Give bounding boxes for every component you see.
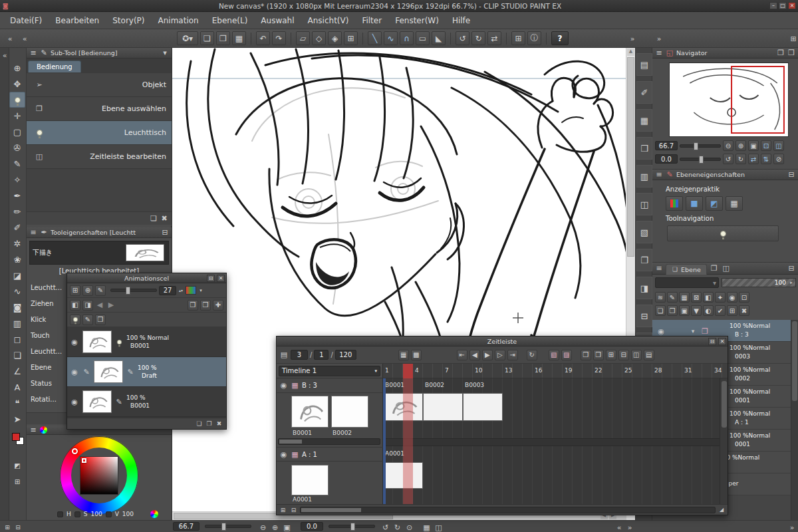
timeline-settings-icon[interactable]: ▤ <box>279 349 289 361</box>
minimize-button[interactable]: – <box>769 2 777 9</box>
navigator-thumbnail[interactable] <box>669 63 789 137</box>
track-cells-area[interactable]: B0001 B0002 B0003 A0001 <box>383 378 720 504</box>
tab-bedienung[interactable]: Bedienung <box>28 61 81 72</box>
actual-size-icon[interactable]: ⊡ <box>761 140 771 151</box>
status-left2-icon[interactable]: ⊟ <box>13 521 23 532</box>
menu-story[interactable]: Story(P) <box>106 13 150 28</box>
reset-rotation-icon[interactable]: ⊘ <box>773 154 784 164</box>
border-effect-icon[interactable] <box>666 196 683 211</box>
new-file-icon[interactable]: ❏ <box>200 31 214 45</box>
specify-cel-icon[interactable]: ▨ <box>561 350 572 360</box>
rotation-slider[interactable] <box>680 158 721 161</box>
maximize-button[interactable]: □ <box>779 2 787 9</box>
delete-frame-icon[interactable]: ⊟ <box>618 350 629 360</box>
close-window-icon[interactable]: ✕ <box>217 275 225 282</box>
figure-tool[interactable]: ◻ <box>9 331 25 347</box>
pencil-tool[interactable]: ✏ <box>9 203 25 219</box>
invert-selection-icon[interactable]: ◈ <box>328 31 342 45</box>
delete-layer-icon[interactable]: ✖ <box>739 305 749 316</box>
lock-layer-icon[interactable]: ⊠ <box>691 292 702 303</box>
cel-color-bar-icon[interactable] <box>186 286 196 295</box>
panel-menu-icon[interactable]: ⊞ <box>787 33 798 45</box>
reselect-icon[interactable]: ◇ <box>312 31 326 45</box>
fill-tool[interactable]: ◙ <box>9 299 25 315</box>
status-left-icon[interactable]: ⊞ <box>3 521 12 532</box>
status-reset-icon[interactable]: ⊙ <box>404 521 414 532</box>
sub-tool-dock-icon[interactable]: ▤ <box>636 53 652 76</box>
expand-selection-icon[interactable]: ⊞ <box>344 31 358 45</box>
color-mode-icon[interactable] <box>150 510 158 518</box>
collapse-window-icon[interactable]: ⊟ <box>207 275 215 282</box>
new-animation-cel-icon[interactable]: ▧ <box>549 350 559 360</box>
zoom-value[interactable]: 66.7 <box>655 141 678 150</box>
light-table-cel-icon[interactable] <box>70 315 80 325</box>
draft-layer-icon[interactable]: ✎ <box>667 292 678 303</box>
snap-grid-icon[interactable]: ◣ <box>432 31 446 45</box>
color-wheel-tab-icon[interactable] <box>40 426 47 434</box>
menu-animation[interactable]: Animation <box>152 13 205 28</box>
hue-ring[interactable] <box>60 436 138 515</box>
track-edit-icon[interactable]: ◫ <box>631 350 642 360</box>
scroll-up-icon[interactable]: ▲ <box>627 49 634 56</box>
menu-bearbeiten[interactable]: Bearbeiten <box>49 13 105 28</box>
deselect-icon[interactable]: ▱ <box>296 31 310 45</box>
current-frame-field[interactable]: 3 <box>291 350 308 360</box>
reference-layer-icon[interactable]: ▦ <box>679 292 690 303</box>
resize-grip-icon[interactable]: ◢ <box>718 504 726 516</box>
rotate-right-icon[interactable]: ↻ <box>471 31 485 45</box>
snap-line-icon[interactable]: ╲ <box>368 31 382 45</box>
panel-menu-icon[interactable]: ≡ <box>655 47 663 59</box>
start-frame-field[interactable]: 1 <box>314 350 329 360</box>
zoom-tool[interactable]: ⊕ <box>9 60 25 76</box>
new-layer-icon[interactable]: ❏ <box>655 305 666 316</box>
transparency-lock-icon[interactable]: ≋ <box>655 292 666 303</box>
menu-ebene[interactable]: Ebene(L) <box>206 13 254 28</box>
cel-pin-icon[interactable]: ✚ <box>213 300 223 311</box>
rotate-right-icon[interactable]: ↻ <box>735 154 746 164</box>
snap-curve-icon[interactable]: ∿ <box>384 31 398 45</box>
cel-zoom-icon[interactable]: ⊕ <box>82 285 93 296</box>
history-dock-icon[interactable]: ▥ <box>636 165 652 188</box>
track-a-thumb1[interactable] <box>291 465 329 495</box>
status-zoom-in-icon[interactable]: ⊕ <box>270 521 280 532</box>
cell-b0002[interactable] <box>423 393 463 421</box>
layer-tab2-icon[interactable]: ❐ <box>710 263 719 275</box>
track-b-thumb1[interactable] <box>291 396 329 428</box>
information-dock-icon[interactable]: ❐ <box>636 249 652 271</box>
menu-hilfe[interactable]: Hilfe <box>446 13 476 28</box>
insert-frame-icon[interactable]: ⊞ <box>606 350 616 360</box>
material-dock-icon[interactable]: ❒ <box>636 137 652 160</box>
airbrush-tool[interactable]: ✲ <box>9 235 25 251</box>
subtool-item-leuchttisch[interactable]: Leuchttisch <box>27 121 172 145</box>
status-expand-icon[interactable]: » <box>787 521 797 532</box>
next-cel-icon[interactable]: ◨ <box>82 300 93 311</box>
hue-marker[interactable] <box>72 448 78 454</box>
status-next-icon[interactable]: » <box>625 521 634 532</box>
timeline-vscrollbar[interactable] <box>720 378 728 504</box>
light-table-tool[interactable] <box>9 92 25 108</box>
reference-dock-icon[interactable]: ◨ <box>636 277 652 299</box>
next-frame-icon[interactable]: ▷ <box>495 350 505 360</box>
status-prev-icon[interactable]: « <box>614 521 624 532</box>
vscroll-thumb[interactable] <box>627 57 634 257</box>
menu-filter[interactable]: Filter <box>356 13 388 28</box>
animation-cel-window[interactable]: Animationscel ⊟ ✕ ⊞ ⊕ ✎ 27 ▴▾ ▾ ◧ ◨ ◀ ▶ … <box>66 273 227 430</box>
timeline-window[interactable]: Zeitleiste ⊟ ✕ ▤ 3 / 1 / 120 ▦ ▩ ⇤ ◀ ▶ ▷… <box>276 336 728 515</box>
auto-action-dock-icon[interactable]: ▧ <box>636 221 652 243</box>
info-icon[interactable]: ⓘ <box>527 31 541 45</box>
play-icon[interactable]: ▶ <box>482 350 493 360</box>
eraser-tool[interactable]: ◪ <box>9 267 25 283</box>
redo-icon[interactable]: ↷ <box>272 31 286 45</box>
new-vector-layer-icon[interactable]: ❐ <box>667 305 678 316</box>
cel-opacity-slider[interactable] <box>110 289 157 292</box>
flip-h-icon[interactable]: ⇄ <box>748 154 759 164</box>
timeline-titlebar[interactable]: Zeitleiste ⊟ ✕ <box>277 336 728 346</box>
cel-thumbnail[interactable] <box>94 360 123 383</box>
status-rotation-value[interactable]: 0.0 <box>301 522 323 531</box>
panel-options-icon[interactable]: ▾ <box>161 47 169 59</box>
subtool-item-ebene-auswaehlen[interactable]: ❐ Ebene auswählen <box>27 97 172 121</box>
remove-track-icon[interactable]: ⊟ <box>289 504 298 516</box>
subtool-item-objekt[interactable]: ➢ Objekt <box>27 73 172 97</box>
eye-icon[interactable]: ◉ <box>70 396 79 408</box>
cel-spinner-icon[interactable]: ▴▾ <box>178 285 184 297</box>
